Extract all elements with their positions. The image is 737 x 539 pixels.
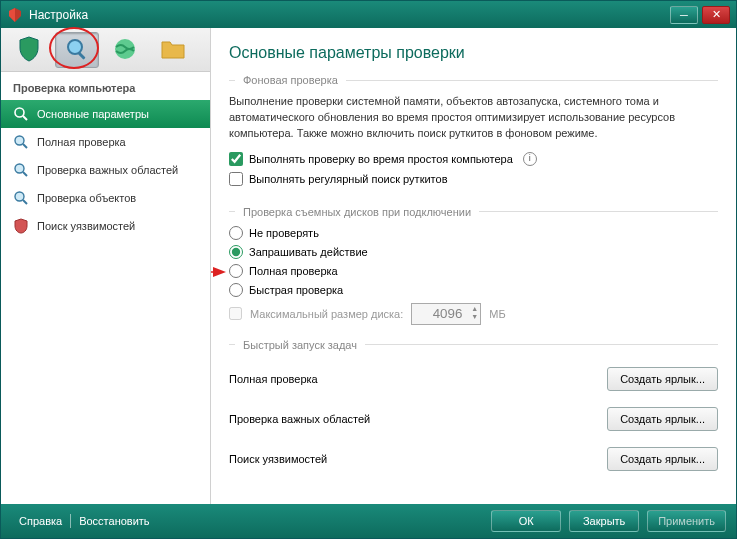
task-row-critical-areas: Проверка важных областей Создать ярлык..… (229, 399, 718, 439)
close-footer-button[interactable]: Закрыть (569, 510, 639, 532)
radio-label: Не проверять (249, 227, 319, 239)
category-scan[interactable] (55, 32, 99, 68)
checkbox-label: Выполнять проверку во время простоя комп… (249, 153, 513, 165)
task-row-vulnerabilities: Поиск уязвимостей Создать ярлык... (229, 439, 718, 479)
task-row-full-scan: Полная проверка Создать ярлык... (229, 359, 718, 399)
svg-marker-14 (213, 267, 226, 277)
sidebar-item-vulnerabilities[interactable]: Поиск уязвимостей (1, 212, 210, 240)
section-description: Выполнение проверки системной памяти, об… (229, 94, 718, 142)
magnifier-icon (13, 134, 29, 150)
nav-list: Основные параметры Полная проверка Прове… (1, 100, 210, 240)
section-quick-launch: Быстрый запуск задач Полная проверка Соз… (229, 339, 718, 479)
radio-full-scan[interactable] (229, 264, 243, 278)
max-disk-size-label: Максимальный размер диска: (250, 308, 403, 320)
spinner-arrows-icon: ▲▼ (471, 305, 478, 321)
radio-quick-scan-row[interactable]: Быстрая проверка (229, 283, 718, 297)
svg-line-12 (23, 200, 27, 204)
svg-rect-3 (78, 52, 86, 60)
app-icon (7, 7, 23, 23)
create-shortcut-button[interactable]: Создать ярлык... (607, 367, 718, 391)
minimize-button[interactable]: ─ (670, 6, 698, 24)
section-legend: Быстрый запуск задач (229, 339, 718, 351)
checkbox-rootkit-row[interactable]: Выполнять регулярный поиск руткитов (229, 172, 718, 186)
svg-line-6 (23, 116, 27, 120)
svg-point-2 (68, 40, 82, 54)
settings-window: Настройка ─ ✕ Провер (0, 0, 737, 539)
task-label: Проверка важных областей (229, 413, 370, 425)
close-button[interactable]: ✕ (702, 6, 730, 24)
section-legend: Фоновая проверка (229, 74, 718, 86)
main-panel: Основные параметры проверки Фоновая пров… (211, 28, 736, 504)
svg-line-10 (23, 172, 27, 176)
magnifier-icon (13, 190, 29, 206)
radio-ask-row[interactable]: Запрашивать действие (229, 245, 718, 259)
radio-no-scan[interactable] (229, 226, 243, 240)
sidebar-item-label: Проверка важных областей (37, 164, 178, 176)
footer-bar: Справка Восстановить ОК Закрыть Применит… (1, 504, 736, 538)
help-link[interactable]: Справка (11, 515, 70, 527)
shield-icon (18, 36, 40, 64)
sidebar-item-critical-areas[interactable]: Проверка важных областей (1, 156, 210, 184)
task-label: Поиск уязвимостей (229, 453, 327, 465)
svg-point-7 (15, 136, 24, 145)
folder-icon (160, 38, 186, 62)
sidebar: Проверка компьютера Основные параметры П… (1, 28, 211, 504)
radio-ask[interactable] (229, 245, 243, 259)
sidebar-item-general[interactable]: Основные параметры (1, 100, 210, 128)
category-protection[interactable] (7, 32, 51, 68)
radio-no-scan-row[interactable]: Не проверять (229, 226, 718, 240)
svg-point-5 (15, 108, 24, 117)
sidebar-item-objects[interactable]: Проверка объектов (1, 184, 210, 212)
checkbox-idle-scan[interactable] (229, 152, 243, 166)
magnifier-icon (13, 162, 29, 178)
ok-button[interactable]: ОК (491, 510, 561, 532)
create-shortcut-button[interactable]: Создать ярлык... (607, 447, 718, 471)
sidebar-item-label: Основные параметры (37, 108, 149, 120)
create-shortcut-button[interactable]: Создать ярлык... (607, 407, 718, 431)
shield-red-icon (13, 218, 29, 234)
svg-line-8 (23, 144, 27, 148)
magnifier-icon (65, 37, 89, 63)
radio-quick-scan[interactable] (229, 283, 243, 297)
checkbox-idle-scan-row[interactable]: Выполнять проверку во время простоя комп… (229, 152, 718, 166)
info-icon[interactable]: i (523, 152, 537, 166)
max-disk-size-row: Максимальный размер диска: ▲▼ МБ (229, 303, 718, 325)
svg-point-9 (15, 164, 24, 173)
checkbox-max-disk-size (229, 307, 242, 320)
sidebar-item-label: Проверка объектов (37, 192, 136, 204)
checkbox-rootkit[interactable] (229, 172, 243, 186)
svg-point-11 (15, 192, 24, 201)
sidebar-item-full-scan[interactable]: Полная проверка (1, 128, 210, 156)
category-tools[interactable] (151, 32, 195, 68)
title-bar: Настройка ─ ✕ (1, 1, 736, 28)
sidebar-item-label: Поиск уязвимостей (37, 220, 135, 232)
magnifier-icon (13, 106, 29, 122)
page-title: Основные параметры проверки (229, 44, 718, 62)
annotation-arrow (211, 262, 226, 282)
radio-label: Полная проверка (249, 265, 338, 277)
restore-link[interactable]: Восстановить (71, 515, 157, 527)
task-label: Полная проверка (229, 373, 318, 385)
section-legend: Проверка съемных дисков при подключении (229, 206, 718, 218)
apply-button[interactable]: Применить (647, 510, 726, 532)
window-title: Настройка (29, 8, 670, 22)
category-toolbar (1, 28, 210, 72)
svg-marker-1 (9, 8, 15, 22)
sidebar-item-label: Полная проверка (37, 136, 126, 148)
section-background-scan: Фоновая проверка Выполнение проверки сис… (229, 74, 718, 192)
radio-label: Быстрая проверка (249, 284, 343, 296)
category-network[interactable] (103, 32, 147, 68)
sidebar-heading: Проверка компьютера (1, 72, 210, 100)
radio-label: Запрашивать действие (249, 246, 368, 258)
checkbox-label: Выполнять регулярный поиск руткитов (249, 173, 447, 185)
max-disk-size-unit: МБ (489, 308, 505, 320)
section-removable-drives: Проверка съемных дисков при подключении … (229, 206, 718, 325)
globe-icon (113, 37, 137, 63)
radio-full-scan-row[interactable]: Полная проверка (229, 264, 718, 278)
